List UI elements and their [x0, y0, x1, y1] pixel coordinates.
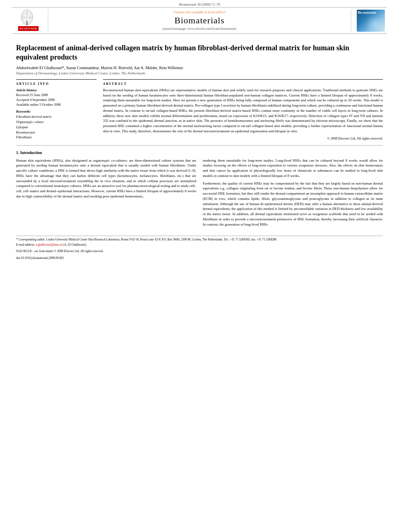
keyword-2: Organotypic culture [16, 119, 97, 125]
abstract-label: ABSTRACT [103, 82, 383, 86]
keyword-1: Fibroblast-derived matrix [16, 114, 97, 119]
bio-logo-text: Bio materials [358, 11, 376, 15]
section-divider [16, 145, 383, 146]
article-authors: Abdoelwaheb El Ghalbzouri*, Suzan Comman… [16, 66, 383, 70]
footnote-email: E-mail address: a.ghalbzouri@lumc.nl (A.… [16, 243, 383, 247]
main-text-columns: Human skin equivalents (HSEs), also desi… [16, 158, 383, 230]
received-date: Received 25 June 2008 [16, 93, 97, 98]
sciencedirect-link: Contents lists available at ScienceDirec… [173, 10, 226, 14]
biomaterials-logo: Bio materials [357, 10, 385, 32]
available-date: Available online 5 October 2008 [16, 103, 97, 107]
elsevier-tree-icon [17, 9, 39, 26]
article-body: Replacement of animal-derived collagen m… [0, 34, 399, 268]
journal-reference: Biomaterials 30 (2009) 71–78 [0, 0, 399, 7]
main-right-column: rendering them unsuitable for long-term … [203, 158, 383, 230]
journal-center: Contents lists available at ScienceDirec… [48, 9, 351, 32]
elsevier-logo: ELSEVIER [12, 9, 48, 32]
doi-line: doi:10.1016/j.biomaterials.2008.09.002 [16, 256, 383, 261]
elsevier-label: ELSEVIER [18, 26, 39, 31]
abstract-column: ABSTRACT Reconstructed human skin equiva… [103, 79, 383, 140]
footnotes: * Corresponding author. Leiden Universit… [16, 236, 383, 260]
abstract-text: Reconstructed human skin equivalents (HS… [103, 88, 383, 134]
email-suffix: (A. El Ghalbzouri). [64, 243, 87, 246]
license-line: 0142-9612/$ – see front matter © 2008 El… [16, 249, 383, 254]
accepted-date: Accepted 4 September 2008 [16, 98, 97, 103]
introduction-heading: 1. Introduction [16, 150, 383, 155]
article-info-column: ARTICLE INFO Article history: Received 2… [16, 79, 97, 140]
keyword-4: Keratinocytes [16, 130, 97, 135]
history-label: Article history: [16, 88, 97, 92]
biomaterials-logo-box: Bio materials [351, 9, 387, 32]
journal-homepage: journal homepage: www.elsevier.com/locat… [162, 27, 237, 31]
abstract-copyright: © 2008 Elsevier Ltd. All rights reserved… [103, 136, 383, 140]
keyword-5: Fibroblasts [16, 135, 97, 140]
footnote-star: * Corresponding author. Leiden Universit… [16, 238, 383, 242]
keyword-3: Lifespan [16, 125, 97, 130]
main-left-column: Human skin equivalents (HSEs), also desi… [16, 158, 196, 230]
journal-title: Biomaterials [175, 15, 224, 26]
keywords-label: Keywords: [16, 109, 97, 113]
intro-right-para-1: rendering them unsuitable for long-term … [203, 158, 383, 179]
keywords-list: Fibroblast-derived matrix Organotypic cu… [16, 114, 97, 140]
intro-para-1: Human skin equivalents (HSEs), also desi… [16, 158, 196, 199]
email-address: a.ghalbzouri@lumc.nl [36, 243, 63, 246]
article-title: Replacement of animal-derived collagen m… [16, 43, 383, 62]
info-abstract-section: ARTICLE INFO Article history: Received 2… [16, 79, 383, 140]
journal-header: ELSEVIER Contents lists available at Sci… [12, 7, 387, 34]
article-info-label: ARTICLE INFO [16, 82, 97, 86]
article-affiliation: Department of Dermatology, Leiden Univer… [16, 71, 383, 75]
intro-right-para-2: Furthermore, the quality of current HSEs… [203, 181, 383, 227]
email-label: E-mail address: [16, 243, 35, 246]
